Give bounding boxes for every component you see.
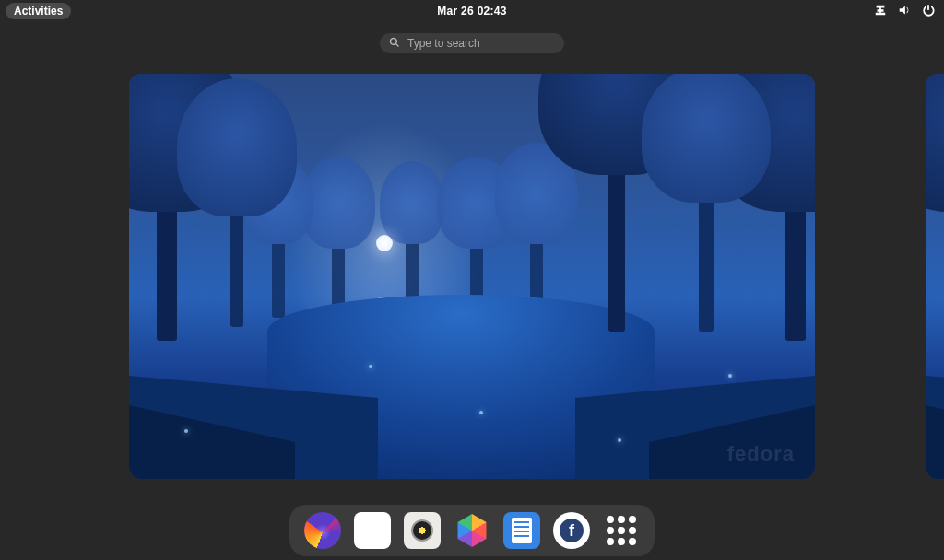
dock-item-rhythmbox[interactable] bbox=[404, 512, 441, 549]
network-wired-icon[interactable] bbox=[874, 4, 887, 19]
top-bar: Activities Mar 26 02:43 bbox=[0, 0, 944, 22]
dock: f bbox=[289, 505, 655, 556]
activities-button[interactable]: Activities bbox=[6, 3, 71, 19]
dock-item-firefox[interactable] bbox=[304, 512, 341, 549]
distro-watermark: fedora bbox=[727, 442, 795, 466]
volume-icon[interactable] bbox=[898, 4, 911, 19]
dock-item-calendar[interactable] bbox=[354, 512, 391, 549]
clock[interactable]: Mar 26 02:43 bbox=[437, 5, 507, 18]
dock-item-software[interactable]: f bbox=[553, 512, 590, 549]
power-icon[interactable] bbox=[922, 4, 935, 19]
search-bar[interactable] bbox=[380, 33, 564, 53]
dock-item-text-editor[interactable] bbox=[503, 512, 540, 549]
status-area[interactable] bbox=[874, 4, 938, 19]
search-icon bbox=[389, 35, 400, 52]
app-grid-icon bbox=[607, 516, 636, 545]
search-input[interactable] bbox=[407, 37, 555, 50]
dock-item-show-apps[interactable] bbox=[603, 512, 640, 549]
dock-item-photos[interactable] bbox=[454, 512, 490, 549]
wallpaper: fedora bbox=[129, 74, 815, 479]
workspace-1[interactable]: fedora bbox=[129, 74, 815, 479]
workspace-2[interactable] bbox=[926, 74, 944, 479]
